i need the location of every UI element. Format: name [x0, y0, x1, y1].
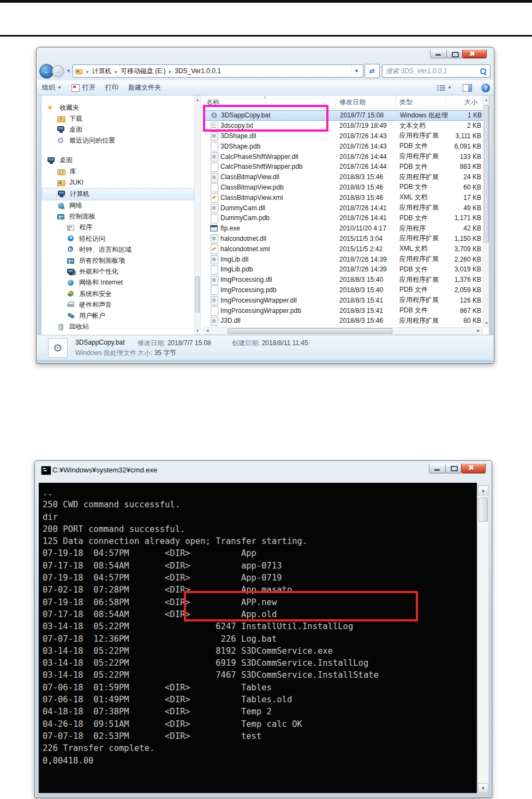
sidebar-item-programs[interactable]: 程序	[41, 222, 194, 233]
file-row[interactable]: CalcPhaseShiftWrapper.pdb2018/7/26 14:44…	[203, 162, 489, 172]
pdb-file-icon	[210, 163, 218, 171]
sidebar-item-computer[interactable]: 计算机	[41, 188, 194, 200]
close-button[interactable]	[461, 464, 486, 474]
sidebar-item-appearance[interactable]: 外观和个性化	[41, 267, 194, 277]
scroll-up-icon[interactable]: ▲	[478, 486, 488, 495]
file-list-scrollbar[interactable]: ▲ ▼	[483, 96, 489, 327]
column-header-type[interactable]: 类型	[396, 96, 446, 109]
maximize-button[interactable]	[445, 464, 462, 474]
search-input[interactable]: 搜索 3DS_Ver1.0.0.1	[382, 64, 491, 78]
file-name: DummyCam.pdb	[220, 214, 332, 222]
breadcrumb: ▸计算机▸可移动磁盘 (E:)▸3DS_Ver1.0.0.1	[83, 67, 221, 76]
sidebar-item-star[interactable]: 收藏夹	[41, 102, 194, 113]
refresh-button[interactable]: ⇄	[364, 64, 380, 78]
scroll-right-icon[interactable]: ►	[475, 328, 482, 334]
scroll-down-icon[interactable]: ▼	[195, 327, 200, 334]
help-button[interactable]	[481, 84, 490, 92]
details-size: 大小: 35 字节	[138, 348, 176, 358]
file-row[interactable]: halcondotnet.xml2015/11/5 2:42XML 文档3,70…	[203, 244, 489, 254]
sidebar-item-netinet[interactable]: 网络和 Internet	[41, 277, 194, 288]
scroll-up-icon[interactable]: ▲	[483, 96, 489, 103]
sidebar-item-control[interactable]: 控制面板	[41, 211, 194, 222]
file-row[interactable]: 3DShape.pdb2018/7/26 14:43PDB 文件6,091 KB	[203, 141, 489, 151]
sidebar-item-label: 网络	[69, 201, 82, 210]
file-row[interactable]: DummyCam.pdb2018/7/26 14:41PDB 文件1,171 K…	[203, 213, 489, 223]
file-size: 126 KB	[438, 297, 481, 304]
file-row[interactable]: ImgLib.dll2018/7/26 14:39应用程序扩展2,260 KB	[203, 254, 489, 264]
sidebar-item-user-folder[interactable]: JUKI	[41, 177, 194, 188]
file-size: 49 KB	[438, 204, 481, 212]
scroll-up-icon[interactable]: ▲	[195, 96, 200, 103]
file-row[interactable]: ftp.exe2010/11/20 4:17应用程序42 KB	[203, 223, 489, 234]
file-row[interactable]: ImgLib.pdb2018/7/26 14:39PDB 文件3,019 KB	[203, 264, 489, 275]
sidebar-item-clock[interactable]: 时钟、语言和区域	[41, 244, 194, 255]
address-field[interactable]: ▸计算机▸可移动磁盘 (E:)▸3DS_Ver1.0.0.1 ▼	[73, 64, 363, 78]
scroll-down-icon[interactable]: ▼	[483, 319, 489, 327]
file-date: 2018/8/3 15:41	[339, 297, 397, 304]
horizontal-scrollbar[interactable]: ◄ ►	[203, 327, 483, 335]
sidebar-item-monitor[interactable]: 桌面	[41, 155, 194, 166]
sidebar-item-monitor[interactable]: 桌面	[41, 124, 194, 135]
file-row[interactable]: halcondotnet.dll2015/11/5 3:04应用程序扩展1,15…	[203, 234, 489, 244]
file-row[interactable]: CalcPhaseShiftWrapper.dll2018/7/26 14:44…	[203, 151, 489, 162]
cmd-line: 125 Data connection already open; Transf…	[43, 535, 477, 547]
file-size: 883 KB	[438, 163, 481, 170]
file-row[interactable]: ImgProcessing.pdb2018/8/3 15:40PDB 文件2,0…	[203, 285, 489, 295]
sidebar-item-ease[interactable]: 轻松访问	[41, 233, 194, 244]
scrollbar-thumb[interactable]	[484, 105, 489, 242]
maximize-button[interactable]	[446, 50, 463, 58]
cmd-scrollbar[interactable]: ▲ ▼	[477, 485, 489, 794]
sidebar-item-hardware[interactable]: 硬件和声音	[41, 299, 194, 310]
cmd-client-area[interactable]: ..250 CWD command successful.dir200 PORT…	[39, 483, 477, 793]
new-folder-button[interactable]: 新建文件夹	[123, 82, 166, 94]
file-row[interactable]: ClassBitmapView.dll2018/8/3 15:46应用程序扩展2…	[203, 172, 489, 182]
column-header-size[interactable]: 大小	[446, 96, 482, 109]
sidebar-item-network[interactable]: 网络	[41, 200, 194, 211]
sidebar-item-security[interactable]: 系统和安全	[41, 288, 194, 299]
sidebar-item-recycle[interactable]: 回收站	[41, 322, 194, 333]
print-button[interactable]: 打印	[100, 82, 123, 94]
minimize-button[interactable]	[429, 464, 446, 474]
new-folder-label: 新建文件夹	[128, 83, 161, 92]
sidebar-item-folder-down[interactable]: 下载	[41, 113, 194, 124]
file-row[interactable]: ImgProcessingWrapper.dll2018/8/3 15:41应用…	[203, 295, 489, 305]
sidebar-scrollbar[interactable]: ▲ ▼	[194, 96, 201, 335]
forward-button[interactable]: →	[52, 65, 64, 78]
scroll-down-icon[interactable]: ▼	[478, 783, 488, 793]
print-label: 打印	[105, 83, 118, 92]
close-button[interactable]	[462, 50, 487, 58]
breadcrumb-item[interactable]: 3DS_Ver1.0.0.1	[175, 67, 221, 75]
preview-pane-button[interactable]	[457, 82, 478, 94]
organize-button[interactable]: 组织 ▼	[37, 82, 67, 94]
open-button[interactable]: 打开	[67, 82, 100, 94]
sidebar-item-users[interactable]: 用户帐户	[41, 310, 194, 321]
change-view-button[interactable]: ▼	[432, 82, 457, 94]
file-row[interactable]: ImgProcessing.dll2018/8/3 15:40应用程序扩展1,3…	[203, 275, 489, 285]
cmd-line: 250 CWD command successful.	[43, 499, 477, 511]
breadcrumb-item[interactable]: 可移动磁盘 (E:)	[121, 67, 166, 75]
user-folder-icon	[57, 178, 65, 187]
scrollbar-thumb[interactable]	[479, 498, 488, 522]
breadcrumb-item[interactable]: 计算机	[92, 67, 111, 75]
minimize-button[interactable]	[430, 50, 447, 58]
file-row[interactable]: J3D.dll2018/8/3 15:46应用程序扩展80 KB	[203, 316, 489, 326]
scroll-left-icon[interactable]: ◄	[204, 328, 211, 334]
file-size: 3,111 KB	[438, 132, 481, 140]
file-row[interactable]: ClassBitmapView.xml2018/8/3 15:46XML 文档1…	[203, 192, 489, 203]
file-row[interactable]: 3DShape.dll2018/7/26 14:43应用程序扩展3,111 KB	[203, 131, 489, 141]
file-row[interactable]: ClassBitmapView.pdb2018/8/3 15:46PDB 文件6…	[203, 182, 489, 193]
cmd-line: 226 Transfer complete.	[43, 742, 477, 754]
address-dropdown-icon[interactable]: ▼	[351, 65, 362, 77]
column-header-date[interactable]: 修改日期	[336, 96, 396, 109]
scrollbar-thumb[interactable]	[195, 276, 200, 312]
sidebar-item-control[interactable]: 所有控制面板项	[41, 255, 194, 266]
file-date: 2018/7/7 15:08	[340, 111, 397, 119]
history-dropdown-icon[interactable]: ▼	[66, 68, 71, 74]
scrollbar-thumb[interactable]	[228, 328, 392, 334]
pdb-file-icon	[210, 183, 218, 191]
file-row[interactable]: DummyCam.dll2018/7/26 14:41应用程序扩展49 KB	[203, 203, 489, 213]
sidebar-item-recent[interactable]: 最近访问的位置	[41, 135, 194, 146]
file-row[interactable]: ImgProcessingWrapper.pdb2018/8/3 15:41PD…	[203, 305, 489, 316]
selected-file-icon	[48, 338, 68, 358]
sidebar-item-library[interactable]: 库	[41, 166, 194, 177]
